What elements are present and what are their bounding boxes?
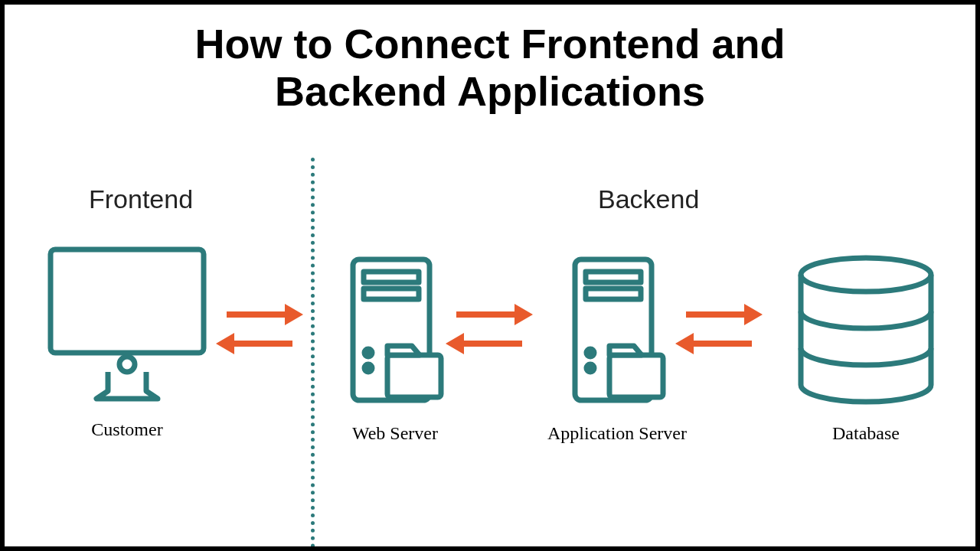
svg-point-14 <box>801 258 931 292</box>
svg-rect-13 <box>609 355 663 397</box>
arrows-appserver-database <box>686 307 778 368</box>
server-icon <box>560 253 675 406</box>
svg-point-6 <box>364 364 372 372</box>
svg-rect-4 <box>364 289 419 299</box>
svg-point-11 <box>586 349 594 357</box>
svg-rect-9 <box>586 272 641 282</box>
title-line-2: Backend Applications <box>275 68 705 114</box>
arrows-webserver-appserver <box>456 307 548 368</box>
title-line-1: How to Connect Frontend and <box>195 21 786 67</box>
server-icon <box>338 253 452 406</box>
database-label: Database <box>782 423 950 444</box>
customer-label: Customer <box>43 419 211 440</box>
arrows-customer-webserver <box>227 307 318 368</box>
diagram-frame: How to Connect Frontend and Backend Appl… <box>0 0 980 551</box>
svg-rect-7 <box>387 355 441 397</box>
database-node: Database <box>782 253 950 444</box>
app-server-label: Application Server <box>541 423 694 444</box>
svg-rect-0 <box>51 249 204 353</box>
svg-point-1 <box>119 357 135 372</box>
app-server-node: Application Server <box>541 253 694 444</box>
svg-rect-10 <box>586 289 641 299</box>
svg-point-12 <box>586 364 594 372</box>
svg-rect-3 <box>364 272 419 282</box>
web-server-node: Web Server <box>326 253 464 444</box>
page-title: How to Connect Frontend and Backend Appl… <box>5 20 975 115</box>
customer-node: Customer <box>43 242 211 440</box>
svg-point-5 <box>364 349 372 357</box>
web-server-label: Web Server <box>326 423 464 444</box>
frontend-section-label: Frontend <box>89 184 193 214</box>
backend-section-label: Backend <box>598 184 699 214</box>
monitor-icon <box>43 242 211 403</box>
database-icon <box>789 253 942 406</box>
